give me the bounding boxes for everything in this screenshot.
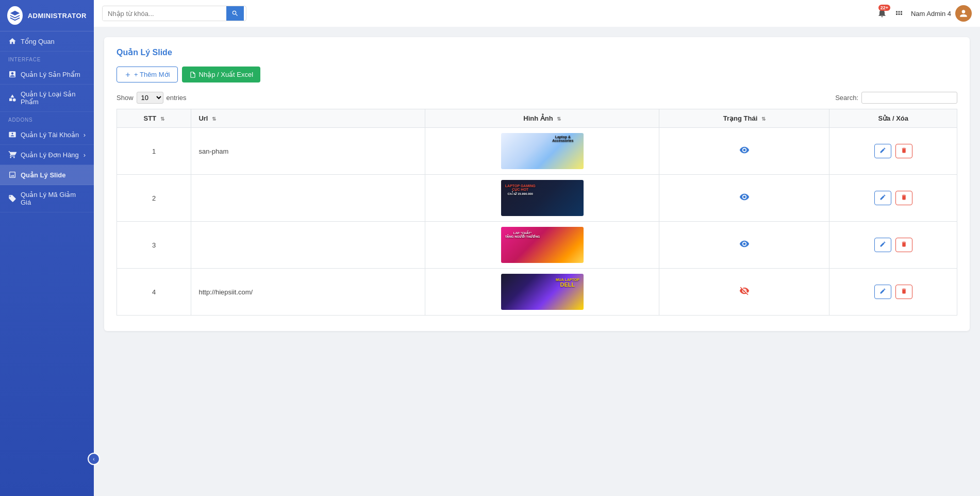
delete-button-1[interactable] bbox=[895, 144, 912, 158]
sort-icon-stt[interactable]: ⇅ bbox=[160, 116, 164, 122]
topbar-right: 22+ Nam Admin 4 bbox=[877, 5, 972, 22]
add-new-button[interactable]: + Thêm Mới bbox=[117, 67, 178, 82]
search-input[interactable] bbox=[103, 7, 226, 21]
grid-icon bbox=[894, 9, 904, 18]
sidebar-item-quan-ly-ma-giam-gia[interactable]: Quản Lý Mã Giảm Giá bbox=[0, 185, 94, 212]
grid-button[interactable] bbox=[894, 9, 904, 18]
sidebar-item-label: Quản Lý Mã Giảm Giá bbox=[21, 191, 86, 206]
sidebar-collapse-button[interactable]: ‹ bbox=[88, 453, 100, 465]
col-url: Url ⇅ bbox=[191, 109, 425, 128]
cell-status bbox=[659, 128, 829, 175]
search-button[interactable] bbox=[226, 6, 244, 21]
sidebar-item-label: Quản Lý Đơn Hàng bbox=[21, 151, 79, 159]
edit-icon bbox=[879, 241, 886, 247]
sidebar-item-quan-ly-tai-khoan[interactable]: Quản Lý Tài Khoản › bbox=[0, 125, 94, 145]
delete-icon bbox=[901, 194, 907, 201]
delete-button-3[interactable] bbox=[895, 238, 912, 252]
table-header-row: STT ⇅ Url ⇅ Hình Ảnh ⇅ bbox=[117, 109, 957, 128]
user-info[interactable]: Nam Admin 4 bbox=[911, 5, 972, 22]
status-visible-icon[interactable] bbox=[739, 241, 750, 251]
sidebar-section-interface: INTERFACE bbox=[0, 52, 94, 64]
cell-image: MUA LAPTOPDELL bbox=[425, 269, 659, 316]
sort-icon-status[interactable]: ⇅ bbox=[761, 116, 766, 122]
home-icon bbox=[8, 37, 16, 45]
edit-button-2[interactable] bbox=[874, 191, 891, 205]
cell-actions bbox=[829, 128, 957, 175]
main-area: 22+ Nam Admin 4 Quản Lý Slide bbox=[94, 0, 980, 496]
chevron-right-icon: › bbox=[84, 151, 86, 159]
coupon-icon bbox=[8, 194, 16, 203]
table-search-input[interactable] bbox=[861, 92, 957, 104]
svg-rect-1 bbox=[9, 98, 12, 101]
delete-button-2[interactable] bbox=[895, 191, 912, 205]
topbar-search-box bbox=[102, 6, 246, 21]
avatar-icon bbox=[958, 8, 969, 19]
notification-badge: 22+ bbox=[878, 5, 890, 11]
notification-button[interactable]: 22+ bbox=[877, 8, 887, 20]
sidebar-item-quan-ly-san-pham[interactable]: Quản Lý Sản Phẩm bbox=[0, 64, 94, 85]
cell-stt: 3 bbox=[117, 222, 191, 269]
page-card: Quản Lý Slide + Thêm Mới Nhập / Xuất Exc… bbox=[104, 37, 970, 331]
entries-select[interactable]: 10 25 50 100 bbox=[137, 92, 163, 104]
cell-stt: 2 bbox=[117, 175, 191, 222]
status-visible-icon[interactable] bbox=[739, 194, 750, 204]
table-search: Search: bbox=[835, 92, 957, 104]
sidebar-item-label: Quản Lý Sản Phẩm bbox=[21, 71, 80, 78]
cell-stt: 1 bbox=[117, 128, 191, 175]
logo-icon bbox=[7, 6, 23, 25]
slide-image-2: LAPTOP GAMINGCỤC HOTChỉ từ 15.990.000 bbox=[501, 180, 584, 216]
cell-image: Laptop & Accessories bbox=[425, 128, 659, 175]
sidebar-item-quan-ly-slide[interactable]: Quản Lý Slide bbox=[0, 165, 94, 185]
slide-image-label: Laptop & Accessories bbox=[542, 133, 584, 144]
sidebar-logo-text: ADMINISTRATOR bbox=[28, 12, 87, 20]
cell-status bbox=[659, 222, 829, 269]
avatar bbox=[955, 5, 972, 22]
svg-point-0 bbox=[13, 98, 16, 102]
sort-icon-url[interactable]: ⇅ bbox=[212, 116, 216, 122]
plus-icon bbox=[124, 71, 131, 78]
cell-status bbox=[659, 175, 829, 222]
col-trang-thai: Trạng Thái ⇅ bbox=[659, 109, 829, 128]
sidebar-item-label: Tổng Quan bbox=[21, 38, 55, 45]
table-row: 3 LAP "CHẤT"TẶNG NGƯỜI THƯƠNG bbox=[117, 222, 957, 269]
slides-table: STT ⇅ Url ⇅ Hình Ảnh ⇅ bbox=[117, 109, 957, 316]
delete-button-4[interactable] bbox=[895, 285, 912, 299]
edit-button-1[interactable] bbox=[874, 144, 891, 158]
user-name: Nam Admin 4 bbox=[911, 10, 951, 18]
table-controls: Show 10 25 50 100 entries Search: bbox=[117, 92, 957, 104]
cell-stt: 4 bbox=[117, 269, 191, 316]
edit-icon bbox=[879, 147, 886, 154]
excel-label: Nhập / Xuất Excel bbox=[199, 71, 254, 78]
show-entries: Show 10 25 50 100 entries bbox=[117, 92, 187, 104]
chevron-right-icon: › bbox=[84, 131, 86, 139]
sort-icon-image[interactable]: ⇅ bbox=[557, 116, 561, 122]
cell-url: http://hiepsiit.com/ bbox=[191, 269, 425, 316]
status-visible-icon[interactable] bbox=[739, 147, 750, 157]
add-new-label: + Thêm Mới bbox=[134, 71, 170, 78]
edit-button-3[interactable] bbox=[874, 238, 891, 252]
slide-image-4: MUA LAPTOPDELL bbox=[501, 274, 584, 310]
sidebar-item-label: Quản Lý Loại Sản Phẩm bbox=[21, 90, 86, 106]
product-icon bbox=[8, 70, 16, 78]
edit-icon bbox=[879, 288, 886, 294]
sidebar-item-tong-quan[interactable]: Tổng Quan bbox=[0, 31, 94, 52]
sidebar-item-quan-ly-don-hang[interactable]: Quản Lý Đơn Hàng › bbox=[0, 145, 94, 165]
table-container: STT ⇅ Url ⇅ Hình Ảnh ⇅ bbox=[117, 109, 957, 316]
page-title: Quản Lý Slide bbox=[117, 47, 957, 57]
topbar: 22+ Nam Admin 4 bbox=[94, 0, 980, 27]
slide-icon bbox=[8, 171, 16, 179]
sidebar-item-label: Quản Lý Tài Khoản bbox=[21, 131, 79, 139]
status-hidden-icon[interactable] bbox=[739, 288, 750, 298]
col-stt: STT ⇅ bbox=[117, 109, 191, 128]
slide-image-label: LAP "CHẤT"TẶNG NGƯỜI THƯƠNG bbox=[503, 229, 542, 240]
search-icon bbox=[231, 10, 239, 17]
table-row: 4 http://hiepsiit.com/ MUA LAPTOPDELL bbox=[117, 269, 957, 316]
slide-image-label: LAPTOP GAMINGCỤC HOTChỉ từ 15.990.000 bbox=[503, 182, 538, 197]
sidebar-item-quan-ly-loai-san-pham[interactable]: Quản Lý Loại Sản Phẩm bbox=[0, 85, 94, 112]
cell-url bbox=[191, 222, 425, 269]
table-row: 2 LAPTOP GAMINGCỤC HOTChỉ từ 15.990.000 bbox=[117, 175, 957, 222]
excel-icon bbox=[189, 71, 196, 78]
excel-button[interactable]: Nhập / Xuất Excel bbox=[182, 67, 261, 82]
edit-button-4[interactable] bbox=[874, 285, 891, 299]
slide-image-label: MUA LAPTOPDELL bbox=[554, 276, 582, 290]
